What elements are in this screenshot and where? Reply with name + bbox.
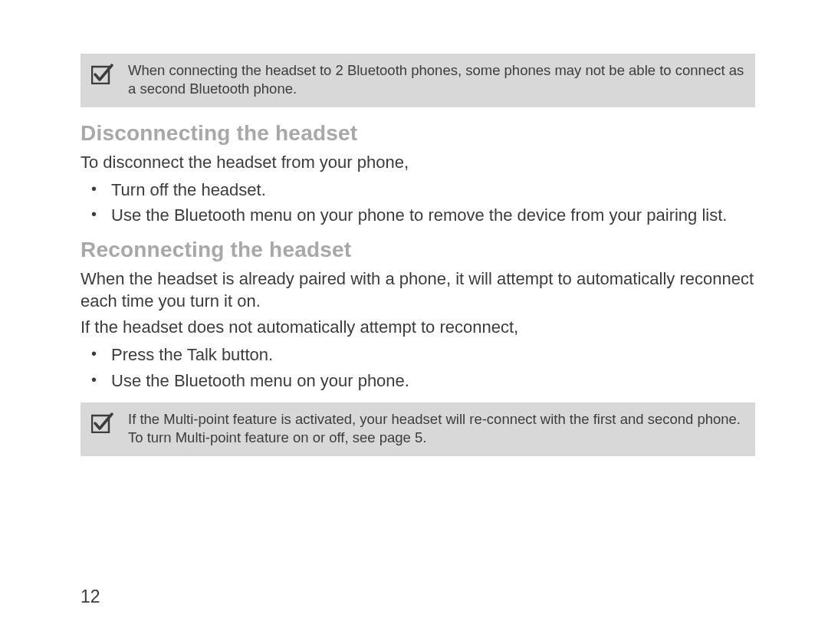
heading-reconnecting: Reconnecting the headset [80,238,755,262]
note-text-bottom: If the Multi-point feature is activated,… [128,410,744,447]
para2-reconnecting: If the headset does not automatically at… [80,317,755,339]
note-box-bottom: If the Multi-point feature is activated,… [80,402,755,456]
document-page: When connecting the headset to 2 Bluetoo… [0,0,828,456]
page-number: 12 [80,586,100,607]
section-disconnecting: Disconnecting the headset To disconnect … [80,121,755,227]
list-item: Use the Bluetooth menu on your phone. [80,370,755,393]
checkbox-icon [91,63,114,84]
note-text-top: When connecting the headset to 2 Bluetoo… [128,61,744,98]
bullets-reconnecting: Press the Talk button. Use the Bluetooth… [80,343,755,392]
list-item: Turn off the headset. [80,179,755,202]
intro-disconnecting: To disconnect the headset from your phon… [80,152,755,174]
heading-disconnecting: Disconnecting the headset [80,121,755,146]
checkbox-icon [91,412,114,433]
bullets-disconnecting: Turn off the headset. Use the Bluetooth … [80,179,755,227]
para1-reconnecting: When the headset is already paired with … [80,268,755,312]
section-reconnecting: Reconnecting the headset When the headse… [80,238,755,392]
list-item: Press the Talk button. [80,343,755,366]
list-item: Use the Bluetooth menu on your phone to … [80,204,755,227]
note-box-top: When connecting the headset to 2 Bluetoo… [80,54,755,107]
